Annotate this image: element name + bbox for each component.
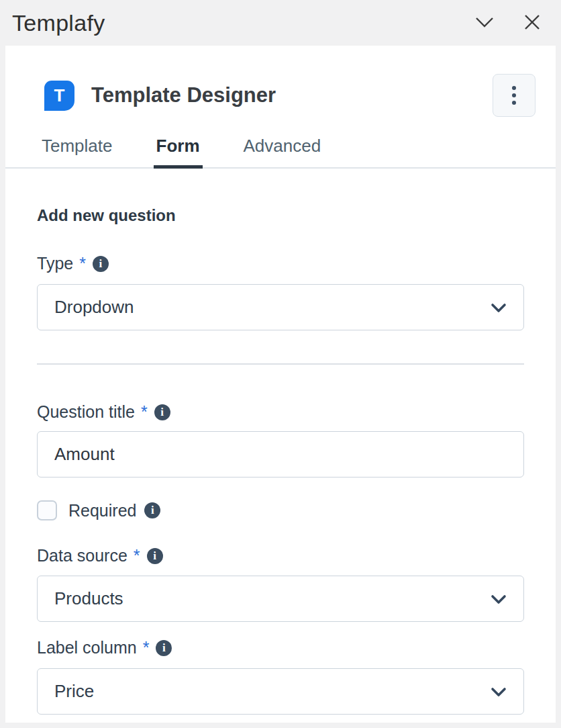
chevron-down-icon xyxy=(491,588,507,609)
info-icon[interactable]: i xyxy=(156,640,172,656)
tab-form[interactable]: Form xyxy=(154,133,203,169)
section-heading: Add new question xyxy=(37,206,524,225)
type-select-value: Dropdown xyxy=(54,297,134,318)
close-pane-button[interactable] xyxy=(521,11,544,36)
app-title: Templafy xyxy=(12,10,471,36)
chevron-down-icon xyxy=(491,297,507,318)
chevron-down-icon xyxy=(491,681,507,702)
titlebar: Templafy xyxy=(0,0,561,46)
data-source-field-label: Data source * i xyxy=(37,546,524,565)
data-source-select[interactable]: Products xyxy=(37,576,524,622)
page-title: Template Designer xyxy=(91,83,493,107)
task-pane-panel: T Template Designer Template Form Advanc… xyxy=(5,46,556,723)
required-asterisk: * xyxy=(143,638,150,657)
data-source-select-value: Products xyxy=(54,588,123,609)
info-icon[interactable]: i xyxy=(147,548,163,564)
info-icon[interactable]: i xyxy=(93,256,109,272)
required-asterisk: * xyxy=(79,254,86,273)
section-divider xyxy=(37,363,524,365)
type-label-text: Type xyxy=(37,254,73,273)
question-title-label-text: Question title xyxy=(37,402,135,422)
chevron-down-icon xyxy=(474,15,495,32)
tab-bar: Template Form Advanced xyxy=(5,133,556,169)
tab-template[interactable]: Template xyxy=(39,133,115,169)
type-select[interactable]: Dropdown xyxy=(37,284,524,330)
templafy-logo-icon: T xyxy=(44,81,74,111)
panel-header: T Template Designer xyxy=(5,46,556,117)
required-checkbox[interactable] xyxy=(37,500,57,520)
label-column-select-value: Price xyxy=(54,681,94,702)
form-content: Add new question Type * i Dropdown Quest… xyxy=(5,206,556,715)
tab-advanced[interactable]: Advanced xyxy=(241,133,324,169)
info-icon[interactable]: i xyxy=(144,502,160,518)
required-asterisk: * xyxy=(141,402,148,422)
label-column-label-text: Label column xyxy=(37,638,137,657)
kebab-menu-icon xyxy=(512,86,516,105)
required-asterisk: * xyxy=(134,546,140,565)
close-icon xyxy=(523,13,541,33)
required-checkbox-label: Required xyxy=(68,501,136,520)
label-column-field-label: Label column * i xyxy=(37,638,524,657)
question-title-field-label: Question title * i xyxy=(37,402,524,422)
question-title-input[interactable] xyxy=(54,444,507,465)
collapse-pane-button[interactable] xyxy=(471,12,498,34)
required-checkbox-row: Required i xyxy=(37,500,524,520)
label-column-select[interactable]: Price xyxy=(37,668,524,715)
type-field-label: Type * i xyxy=(37,254,524,273)
info-icon[interactable]: i xyxy=(154,404,170,420)
window-controls xyxy=(471,11,544,36)
more-options-button[interactable] xyxy=(493,74,536,117)
data-source-label-text: Data source xyxy=(37,546,128,565)
question-title-input-wrapper xyxy=(37,431,524,477)
logo-letter: T xyxy=(54,85,65,106)
